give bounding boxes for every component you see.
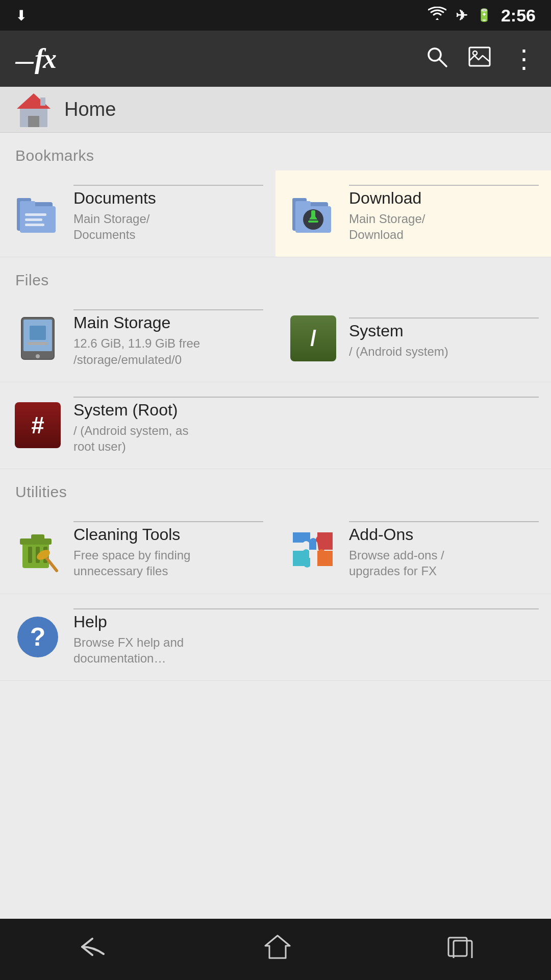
search-icon[interactable] (425, 45, 448, 72)
addons-title: Add-Ons (349, 525, 539, 544)
svg-rect-26 (30, 326, 46, 340)
home-button[interactable] (249, 929, 306, 969)
svg-marker-5 (17, 93, 51, 109)
cleaning-tools-item[interactable]: Cleaning Tools Free space by findingunne… (0, 507, 276, 594)
svg-rect-18 (295, 201, 311, 208)
svg-rect-14 (25, 224, 44, 226)
cleaning-tools-title: Cleaning Tools (73, 525, 263, 544)
home-icon (15, 91, 52, 128)
svg-rect-21 (311, 210, 315, 217)
main-storage-title: Main Storage (73, 313, 263, 332)
svg-point-3 (473, 51, 477, 55)
bookmarks-download-item[interactable]: Download Main Storage/Download (276, 170, 551, 257)
download-info: Download Main Storage/Download (349, 185, 539, 242)
root-icon: # (12, 400, 63, 451)
svg-rect-31 (28, 547, 32, 563)
status-bar-left: ⬇ (15, 7, 27, 24)
svg-rect-22 (308, 220, 318, 223)
help-item[interactable]: ? Help Browse FX help anddocumentation… (0, 594, 551, 681)
svg-rect-12 (25, 213, 46, 216)
device-icon (12, 313, 63, 364)
cleaning-tools-subtitle: Free space by findingunnecessary files (73, 547, 263, 579)
main-storage-subtitle: 12.6 GiB, 11.9 GiB free/storage/emulated… (73, 335, 263, 367)
svg-rect-7 (40, 97, 45, 106)
main-content: Bookmarks Documents (0, 133, 551, 919)
airplane-icon: ✈ (456, 7, 467, 24)
system-root-item[interactable]: # System (Root) / (Android system, asroo… (0, 382, 551, 469)
status-bar: ⬇ ✈ 🔋 2:56 (0, 0, 551, 31)
files-single: # System (Root) / (Android system, asroo… (0, 382, 551, 469)
system-root-title: System (Root) (73, 401, 539, 420)
cleaning-tools-info: Cleaning Tools Free space by findingunne… (73, 521, 263, 579)
addons-subtitle: Browse add-ons /upgrades for FX (349, 547, 539, 579)
bookmarks-documents-item[interactable]: Documents Main Storage/Documents (0, 170, 276, 257)
download-folder-icon (288, 188, 339, 239)
svg-rect-30 (31, 534, 44, 541)
bookmarks-header: Bookmarks (0, 133, 551, 170)
addons-puzzle-icon (288, 525, 339, 576)
wifi-icon (428, 7, 446, 24)
svg-marker-36 (265, 936, 290, 958)
home-label: Home (64, 99, 116, 120)
bottom-nav (0, 919, 551, 980)
addons-item[interactable]: Add-Ons Browse add-ons /upgrades for FX (276, 507, 551, 594)
image-icon[interactable] (468, 46, 491, 71)
documents-info: Documents Main Storage/Documents (73, 185, 263, 242)
status-bar-right: ✈ 🔋 2:56 (428, 6, 536, 26)
back-button[interactable] (63, 930, 124, 968)
download-title: Download (349, 189, 539, 208)
files-header: Files (0, 257, 551, 295)
download-icon: ⬇ (15, 7, 27, 24)
system-item[interactable]: / System / (Android system) (276, 295, 551, 382)
utilities-header: Utilities (0, 469, 551, 507)
more-options-icon[interactable]: ⋮ (511, 46, 536, 71)
utilities-grid: Cleaning Tools Free space by findingunne… (0, 507, 551, 594)
app-bar-actions: ⋮ (425, 45, 536, 72)
app-logo: —fx (15, 43, 425, 75)
time-display: 2:56 (501, 6, 536, 26)
system-subtitle: / (Android system) (349, 344, 539, 359)
documents-subtitle: Main Storage/Documents (73, 211, 263, 242)
documents-icon (12, 188, 63, 239)
addons-info: Add-Ons Browse add-ons /upgrades for FX (349, 521, 539, 579)
svg-point-25 (36, 354, 40, 358)
bookmarks-grid: Documents Main Storage/Documents (0, 170, 551, 257)
system-root-subtitle: / (Android system, asroot user) (73, 423, 539, 454)
files-grid: Main Storage 12.6 GiB, 11.9 GiB free/sto… (0, 295, 551, 382)
svg-rect-27 (28, 342, 48, 345)
utilities-single: ? Help Browse FX help anddocumentation… (0, 594, 551, 681)
help-subtitle: Browse FX help anddocumentation… (73, 634, 539, 666)
svg-rect-2 (469, 47, 490, 66)
home-bar[interactable]: Home (0, 87, 551, 133)
app-bar: —fx ⋮ (0, 31, 551, 87)
svg-rect-13 (25, 218, 42, 221)
system-title: System (349, 322, 539, 340)
main-storage-info: Main Storage 12.6 GiB, 11.9 GiB free/sto… (73, 309, 263, 367)
documents-title: Documents (73, 189, 263, 208)
help-title: Help (73, 612, 539, 631)
svg-line-1 (439, 59, 446, 66)
system-root-info: System (Root) / (Android system, asroot … (73, 397, 539, 454)
system-info: System / (Android system) (349, 317, 539, 359)
help-icon: ? (12, 611, 63, 663)
main-storage-item[interactable]: Main Storage 12.6 GiB, 11.9 GiB free/sto… (0, 295, 276, 382)
download-subtitle: Main Storage/Download (349, 211, 539, 242)
help-info: Help Browse FX help anddocumentation… (73, 608, 539, 666)
battery-icon: 🔋 (477, 8, 492, 22)
system-terminal-icon: / (288, 313, 339, 364)
cleaning-tools-icon (12, 525, 63, 576)
svg-rect-11 (20, 201, 35, 208)
recents-button[interactable] (431, 930, 488, 968)
svg-rect-6 (28, 116, 39, 127)
